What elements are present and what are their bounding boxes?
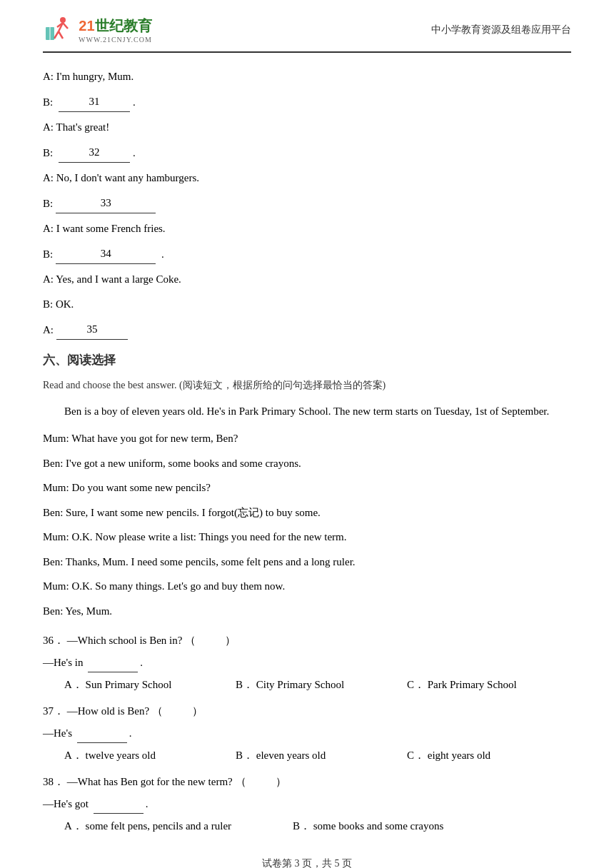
- q36-option-b: B． City Primary School: [236, 675, 378, 695]
- speaker-b4: B:: [43, 248, 53, 260]
- logo-shiji: 世纪教育: [95, 18, 152, 34]
- dialog-line-3: A: That's great!: [43, 118, 571, 137]
- speaker-b5: B: OK.: [43, 298, 74, 310]
- dialog-line-2: B: 31 .: [43, 92, 571, 112]
- passage-para-5: Ben: Sure, I want some new pencils. I fo…: [43, 503, 571, 523]
- blank-35: 35: [56, 320, 128, 340]
- blank-33: 33: [56, 193, 156, 213]
- q37-options: A． twelve years old B． eleven years old …: [64, 746, 571, 765]
- blank-32: 32: [59, 143, 130, 163]
- section6-title: 六、阅读选择: [43, 350, 571, 372]
- period-1: .: [133, 96, 136, 108]
- dialog-line-1: A: I'm hungry, Mum.: [43, 67, 571, 86]
- dialog-line-6: B: 33: [43, 193, 571, 213]
- header-platform-text: 中小学教育资源及组卷应用平台: [431, 24, 571, 36]
- svg-line-5: [63, 23, 68, 29]
- dialog-line-4: B: 32 .: [43, 143, 571, 163]
- passage-para-9: Ben: Yes, Mum.: [43, 601, 571, 622]
- q38-line: 38． —What has Ben got for the new term? …: [43, 772, 571, 792]
- period-4: .: [158, 248, 164, 260]
- q36-line: 36． —Which school is Ben in? （ ）: [43, 631, 571, 650]
- blank-31: 31: [59, 92, 130, 112]
- speaker-b3: B:: [43, 198, 53, 209]
- dialog-line-9: A: Yes, and I want a large Coke.: [43, 270, 571, 289]
- footer-text: 试卷第 3 页，共 5 页: [262, 858, 352, 868]
- logo-subtitle: WWW.21CNJY.COM: [79, 36, 152, 44]
- content: A: I'm hungry, Mum. B: 31 . A: That's gr…: [43, 67, 571, 836]
- svg-point-0: [60, 17, 66, 23]
- page-footer: 试卷第 3 页，共 5 页: [43, 857, 571, 868]
- section6-instruction: Read and choose the best answer. (阅读短文，根…: [43, 376, 571, 394]
- passage-para-6: Mum: O.K. Now please write a list: Thing…: [43, 527, 571, 547]
- dialog-line-10: B: OK.: [43, 295, 571, 314]
- q36-blank: [88, 652, 138, 672]
- question-38: 38． —What has Ben got for the new term? …: [43, 772, 571, 836]
- passage-paragraph-1: Ben is a boy of eleven years old. He's i…: [43, 401, 571, 422]
- speaker-a5: A: Yes, and I want a large Coke.: [43, 273, 181, 285]
- speaker-b2: B:: [43, 147, 56, 158]
- logo-text: 21世纪教育 WWW.21CNJY.COM: [79, 16, 152, 44]
- speaker-a4: A: I want some French fries.: [43, 223, 166, 234]
- passage-para-3: Ben: I've got a new uniform, some books …: [43, 453, 571, 474]
- q37-option-a: A． twelve years old: [64, 746, 207, 765]
- q38-option-b: B． some books and some crayons: [293, 817, 443, 836]
- logo-title: 21世纪教育: [79, 16, 151, 36]
- q36-option-a: A． Sun Primary School: [64, 675, 207, 695]
- q38-answer: —He's got .: [43, 794, 571, 814]
- speaker-a6: A:: [43, 324, 54, 335]
- passage-para-4: Mum: Do you want some new pencils?: [43, 478, 571, 498]
- question-36: 36． —Which school is Ben in? （ ） —He's i…: [43, 631, 571, 695]
- period-2: .: [133, 147, 136, 158]
- q37-blank: [77, 723, 127, 743]
- svg-line-3: [59, 31, 63, 39]
- logo-21: 21: [79, 18, 94, 34]
- svg-line-2: [54, 31, 59, 39]
- question-37: 37． —How old is Ben? （ ） —He's . A． twel…: [43, 702, 571, 765]
- q38-blank: [94, 794, 144, 814]
- speaker-a3: A: No, I don't want any hamburgers.: [43, 172, 199, 183]
- dialog-line-11: A: 35: [43, 320, 571, 340]
- speaker-a1: A: I'm hungry, Mum.: [43, 71, 134, 82]
- q38-options: A． some felt pens, pencils and a ruler B…: [64, 817, 571, 836]
- passage-para-2: Mum: What have you got for new term, Ben…: [43, 428, 571, 449]
- speaker-a2: A: That's great!: [43, 121, 109, 133]
- q36-answer: —He's in .: [43, 652, 571, 672]
- passage-para-7: Ben: Thanks, Mum. I need some pencils, s…: [43, 552, 571, 572]
- logo-icon: [43, 14, 74, 46]
- q36-option-c: C． Park Primary School: [407, 675, 550, 695]
- passage-para-8: Mum: O.K. So many things. Let's go and b…: [43, 576, 571, 597]
- speaker-b1: B:: [43, 96, 56, 108]
- q37-answer: —He's .: [43, 723, 571, 743]
- logo-area: 21世纪教育 WWW.21CNJY.COM: [43, 14, 152, 46]
- blank-34: 34: [56, 244, 156, 264]
- page: 21世纪教育 WWW.21CNJY.COM 中小学教育资源及组卷应用平台 A: …: [0, 0, 614, 868]
- q36-options: A． Sun Primary School B． City Primary Sc…: [64, 675, 571, 695]
- q37-option-c: C． eight years old: [407, 746, 550, 765]
- dialog-line-7: A: I want some French fries.: [43, 219, 571, 238]
- header: 21世纪教育 WWW.21CNJY.COM 中小学教育资源及组卷应用平台: [43, 14, 571, 53]
- q37-option-b: B． eleven years old: [236, 746, 378, 765]
- q37-line: 37． —How old is Ben? （ ）: [43, 702, 571, 721]
- q38-option-a: A． some felt pens, pencils and a ruler: [64, 817, 264, 836]
- dialog-line-5: A: No, I don't want any hamburgers.: [43, 168, 571, 188]
- dialog-line-8: B: 34 .: [43, 244, 571, 264]
